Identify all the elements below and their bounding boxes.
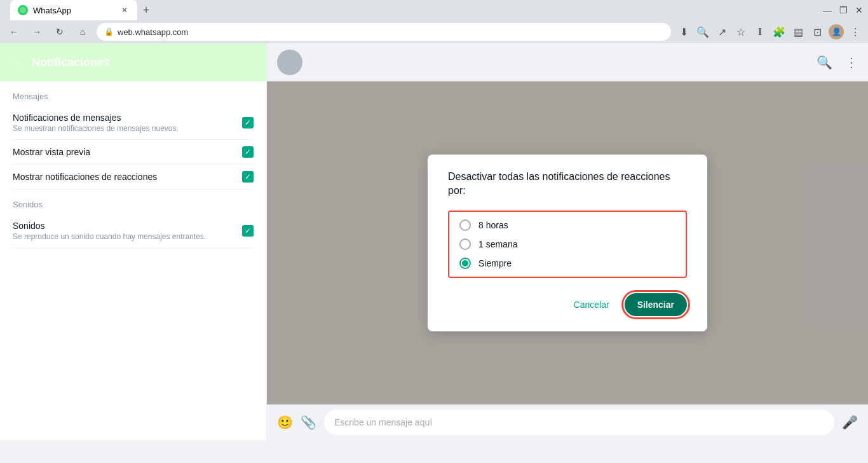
item4-desc: Se reproduce un sonido cuando hay mensaj… [13, 232, 206, 241]
title-bar: WhatsApp ✕ + — ❐ ✕ [0, 0, 868, 20]
settings-header: ← Notificaciones [0, 43, 266, 81]
message-placeholder: Escribe un mensaje aquí [334, 417, 432, 427]
menu-icon[interactable]: ⋮ [848, 24, 863, 39]
item1-checkbox[interactable]: ✓ [242, 117, 254, 128]
tab-close-button[interactable]: ✕ [119, 5, 130, 15]
sidebar-icon[interactable]: ▤ [790, 24, 806, 39]
minimize-button[interactable]: — [823, 5, 832, 15]
tab-title: WhatsApp [33, 6, 71, 15]
mute-duration-options: 8 horas 1 semana Siempre [448, 211, 687, 278]
item2-title: Mostrar vista previa [13, 147, 90, 157]
chat-panel: 🔍 ⋮ Desactivar todas las notificaciones … [267, 43, 868, 440]
url-bar[interactable]: 🔒 web.whatsapp.com [97, 23, 671, 41]
more-options-icon[interactable]: ⋮ [845, 55, 858, 70]
settings-item-preview: Mostrar vista previa ✓ [13, 140, 254, 165]
chat-input-bar: 🙂 📎 Escribe un mensaje aquí 🎤 [267, 404, 868, 440]
bookmark-icon[interactable]: ☆ [733, 24, 749, 39]
chat-header-actions: 🔍 ⋮ [817, 55, 858, 70]
address-bar: ← → ↻ ⌂ 🔒 web.whatsapp.com ⬇ 🔍 ↗ ☆ 𝐈 🧩 ▤… [0, 20, 868, 43]
new-tab-button[interactable]: + [137, 1, 155, 19]
reload-button[interactable]: ↻ [51, 23, 69, 41]
mute-modal: Desactivar todas las notificaciones de r… [428, 155, 707, 332]
settings-panel-title: Notificaciones [32, 56, 110, 69]
modal-actions: Cancelar Silenciar [448, 293, 687, 316]
modal-title: Desactivar todas las notificaciones de r… [448, 170, 687, 198]
profile-icon[interactable]: 👤 [829, 24, 844, 39]
active-tab[interactable]: WhatsApp ✕ [10, 0, 137, 20]
settings-item-notifications: Notificaciones de mensajes Se muestran n… [13, 106, 254, 140]
item3-title: Mostrar notificaciones de reacciones [13, 172, 157, 182]
modal-overlay: Desactivar todas las notificaciones de r… [267, 81, 868, 404]
radio-8-hours[interactable] [459, 219, 471, 231]
option-1-week-label: 1 semana [478, 239, 517, 249]
browser-chrome: WhatsApp ✕ + — ❐ ✕ ← → ↻ ⌂ 🔒 web.whatsap… [0, 0, 868, 43]
chat-body: Desactivar todas las notificaciones de r… [267, 81, 868, 404]
maximize-button[interactable]: ❐ [839, 5, 848, 15]
attachment-icon[interactable]: 📎 [301, 415, 316, 430]
item3-checkbox[interactable]: ✓ [242, 171, 254, 183]
app-container: ← Notificaciones Mensajes Notificaciones… [0, 43, 868, 440]
settings-panel: ← Notificaciones Mensajes Notificaciones… [0, 43, 267, 440]
microphone-icon[interactable]: 🎤 [842, 415, 858, 430]
option-1-week[interactable]: 1 semana [459, 238, 675, 250]
toolbar-right: ⬇ 🔍 ↗ ☆ 𝐈 🧩 ▤ ⊡ 👤 ⋮ [676, 24, 863, 39]
emoji-icon[interactable]: 🙂 [277, 415, 293, 430]
section-messages-label: Mensajes [13, 81, 254, 106]
item2-checkbox[interactable]: ✓ [242, 146, 254, 158]
silence-button[interactable]: Silenciar [625, 293, 687, 316]
tab-favicon [18, 5, 28, 15]
option-always[interactable]: Siempre [459, 258, 675, 269]
option-always-label: Siempre [478, 258, 512, 268]
chat-header: 🔍 ⋮ [267, 43, 868, 81]
url-text: web.whatsapp.com [118, 27, 188, 37]
cancel-button[interactable]: Cancelar [564, 294, 620, 315]
item1-desc: Se muestran notificaciones de mensajes n… [13, 124, 179, 133]
item4-title: Sonidos [13, 221, 206, 231]
window-controls: — ❐ ✕ [823, 5, 863, 15]
zoom-icon[interactable]: 🔍 [695, 24, 710, 39]
section-sounds-label: Sonidos [13, 190, 254, 214]
svg-point-0 [20, 7, 26, 13]
extensions-icon[interactable]: 🧩 [771, 24, 787, 39]
split-icon[interactable]: ⊡ [810, 24, 825, 39]
item1-title: Notificaciones de mensajes [13, 113, 179, 123]
option-8-hours-label: 8 horas [478, 220, 508, 230]
settings-item-sounds: Sonidos Se reproduce un sonido cuando ha… [13, 214, 254, 248]
close-button[interactable]: ✕ [855, 5, 863, 15]
chat-avatar [277, 50, 302, 75]
share-icon[interactable]: ↗ [714, 24, 729, 39]
settings-item-reactions: Mostrar notificaciones de reacciones ✓ [13, 165, 254, 190]
reading-icon[interactable]: 𝐈 [752, 24, 768, 39]
download-icon[interactable]: ⬇ [676, 24, 691, 39]
forward-button[interactable]: → [28, 23, 46, 41]
radio-1-week[interactable] [459, 238, 471, 250]
back-arrow-button[interactable]: ← [13, 56, 24, 69]
option-8-hours[interactable]: 8 horas [459, 219, 675, 231]
tab-bar: WhatsApp ✕ + [5, 0, 160, 22]
settings-content: Mensajes Notificaciones de mensajes Se m… [0, 81, 266, 248]
message-input[interactable]: Escribe un mensaje aquí [324, 410, 834, 435]
item4-checkbox[interactable]: ✓ [242, 225, 254, 237]
back-button[interactable]: ← [5, 23, 23, 41]
radio-always[interactable] [459, 258, 471, 269]
radio-always-dot [462, 260, 468, 266]
lock-icon: 🔒 [104, 27, 114, 36]
home-button[interactable]: ⌂ [74, 23, 92, 41]
search-chat-icon[interactable]: 🔍 [817, 55, 832, 70]
